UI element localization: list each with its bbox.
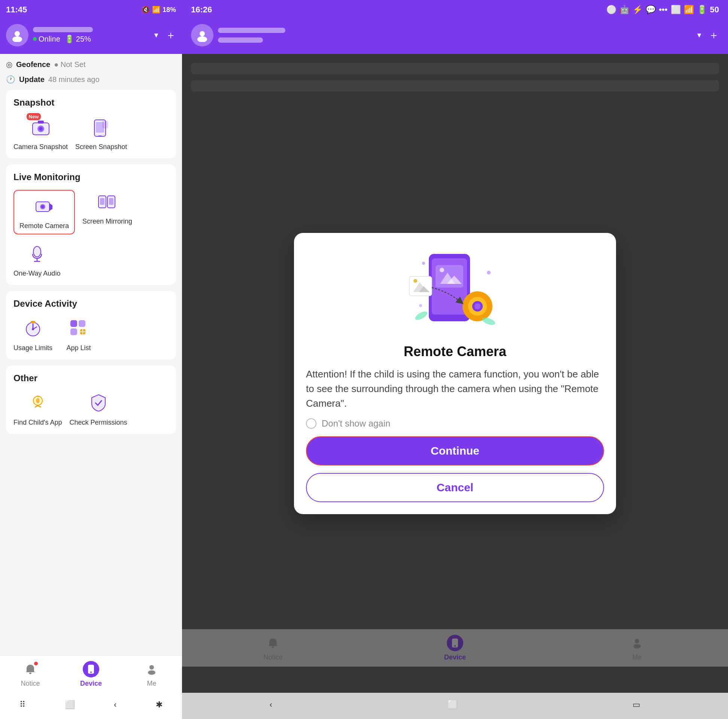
svg-point-39 xyxy=(197,36,207,42)
snapshot-card: Snapshot New Camera Snapshot xyxy=(6,90,176,158)
dont-show-label: Don't show again xyxy=(322,418,390,429)
svg-rect-27 xyxy=(70,329,77,335)
add-icon[interactable]: ＋ xyxy=(165,28,176,42)
one-way-audio-item[interactable]: One-Way Audio xyxy=(14,242,60,277)
header-info-right xyxy=(218,28,691,43)
wifi-right-icon: 📶 xyxy=(684,5,694,15)
online-label: Online xyxy=(38,35,60,43)
sys-home-icon[interactable]: ⬜ xyxy=(65,700,75,710)
screen-snapshot-icon-wrap xyxy=(89,115,113,139)
screen-mirroring-item[interactable]: Screen Mirroring xyxy=(83,190,132,234)
battery-icon: 🔋 xyxy=(65,34,74,43)
svg-rect-9 xyxy=(102,121,108,128)
screen-snapshot-item[interactable]: Screen Snapshot xyxy=(75,115,127,151)
right-phone: 16:26 ⚪ 🤖 ⚡ 💬 ••• ⬜ 📶 🔋 50 ▼ ＋ xyxy=(182,0,728,719)
screen-mirroring-icon-wrap xyxy=(95,190,119,214)
circle-icon: ⚪ xyxy=(606,5,616,15)
svg-point-4 xyxy=(39,127,43,131)
device-activity-title: Device Activity xyxy=(14,298,168,309)
header-left: Online 🔋 25% ▼ ＋ xyxy=(0,20,182,54)
svg-point-49 xyxy=(474,303,480,309)
other-card: Other Find Child's App xyxy=(6,366,176,434)
geofence-row: ◎ Geofence ● Not Set xyxy=(6,60,176,69)
svg-rect-16 xyxy=(100,198,104,205)
dropdown-right-icon[interactable]: ▼ xyxy=(696,31,702,39)
device-activity-items: Usage Limits App List xyxy=(14,317,168,352)
device-icon-wrap xyxy=(83,661,99,678)
nav-device-left[interactable]: Device xyxy=(61,656,121,693)
status-bar-right: 16:26 ⚪ 🤖 ⚡ 💬 ••• ⬜ 📶 🔋 50 xyxy=(182,0,728,20)
camera-snapshot-item[interactable]: New Camera Snapshot xyxy=(14,115,68,151)
scroll-content-left: ◎ Geofence ● Not Set 🕐 Update 48 minutes… xyxy=(0,54,182,655)
screen-mirroring-label: Screen Mirroring xyxy=(83,217,132,225)
svg-rect-25 xyxy=(70,320,77,327)
mute-icon: 🔇 xyxy=(142,6,150,14)
usage-limits-item[interactable]: Usage Limits xyxy=(14,317,52,352)
sub-bar-right xyxy=(218,37,263,43)
app-list-item[interactable]: App List xyxy=(60,317,97,352)
svg-rect-5 xyxy=(38,121,44,124)
app-list-label: App List xyxy=(67,344,91,352)
app-list-icon-wrap xyxy=(67,317,91,340)
check-permissions-label: Check Permissions xyxy=(70,419,127,427)
avatar-left xyxy=(6,24,29,46)
other-items: Find Child's App Check Permissions xyxy=(14,391,168,427)
remote-camera-label: Remote Camera xyxy=(20,222,69,230)
find-childs-app-item[interactable]: Find Child's App xyxy=(14,391,62,427)
dont-show-checkbox[interactable] xyxy=(306,418,317,429)
android-icon: 🤖 xyxy=(619,5,630,15)
modal-title: Remote Camera xyxy=(404,344,506,360)
modal-body: Attention! If the child is using the cam… xyxy=(306,367,604,411)
notice-label-left: Notice xyxy=(21,680,40,688)
check-permissions-item[interactable]: Check Permissions xyxy=(70,391,127,427)
battery-badge: 🔋 25% xyxy=(65,34,91,43)
usage-limits-icon-wrap xyxy=(21,317,45,340)
sys-home-right-icon[interactable]: ⬜ xyxy=(448,700,457,710)
left-phone: 11:45 🔇 📶 18% Online 🔋 25% xyxy=(0,0,182,719)
svg-point-1 xyxy=(12,36,22,42)
add-right-icon[interactable]: ＋ xyxy=(708,28,719,42)
time-left: 11:45 xyxy=(6,5,27,15)
geofence-label: Geofence xyxy=(16,60,50,69)
status-bar-left: 11:45 🔇 📶 18% xyxy=(0,0,182,20)
dropdown-icon[interactable]: ▼ xyxy=(153,31,159,39)
remote-camera-item[interactable]: Remote Camera xyxy=(14,190,75,234)
svg-point-57 xyxy=(414,310,428,322)
bg-content: Remote Camera Attention! If the child is… xyxy=(182,54,728,693)
svg-point-36 xyxy=(150,665,154,670)
sys-back-right-icon[interactable]: ‹ xyxy=(270,700,272,710)
cancel-button[interactable]: Cancel xyxy=(306,473,604,502)
continue-button[interactable]: Continue xyxy=(306,436,604,465)
sys-nav-right: ‹ ⬜ ▭ xyxy=(182,693,728,719)
screen-snapshot-label: Screen Snapshot xyxy=(75,143,127,151)
one-way-audio-label: One-Way Audio xyxy=(14,270,60,277)
header-info-left: Online 🔋 25% xyxy=(33,27,148,43)
new-badge: New xyxy=(27,113,41,120)
sys-accessibility-icon[interactable]: ✱ xyxy=(156,700,162,710)
svg-point-56 xyxy=(419,304,422,307)
notice-icon-wrap xyxy=(22,661,38,678)
chat-icon: 💬 xyxy=(645,5,656,15)
svg-point-53 xyxy=(413,279,417,283)
notice-dot-left xyxy=(34,662,38,665)
sys-menu-icon[interactable]: ⠿ xyxy=(20,700,26,710)
header-actions-right: ▼ ＋ xyxy=(696,28,719,42)
svg-marker-13 xyxy=(49,203,52,211)
sys-recents-right-icon[interactable]: ▭ xyxy=(633,700,640,710)
sys-back-icon[interactable]: ‹ xyxy=(114,700,116,710)
header-name-bar xyxy=(33,27,93,32)
online-dot xyxy=(33,37,37,41)
check-permissions-icon-wrap xyxy=(87,391,110,415)
dont-show-row: Don't show again xyxy=(306,418,604,429)
find-childs-app-icon-wrap xyxy=(26,391,50,415)
nav-me-left[interactable]: Me xyxy=(121,656,182,693)
nav-notice-left[interactable]: Notice xyxy=(0,656,61,693)
remote-camera-modal: Remote Camera Attention! If the child is… xyxy=(294,233,616,514)
live-monitoring-items: Remote Camera Screen Mirroring xyxy=(14,190,168,277)
more-icon: ••• xyxy=(659,5,667,15)
snapshot-items: New Camera Snapshot xyxy=(14,115,168,151)
bottom-nav-left: Notice Device Me xyxy=(0,655,182,693)
header-right: ▼ ＋ xyxy=(182,20,728,54)
battery-right: 50 xyxy=(710,5,719,15)
header-actions: ▼ ＋ xyxy=(153,28,176,42)
